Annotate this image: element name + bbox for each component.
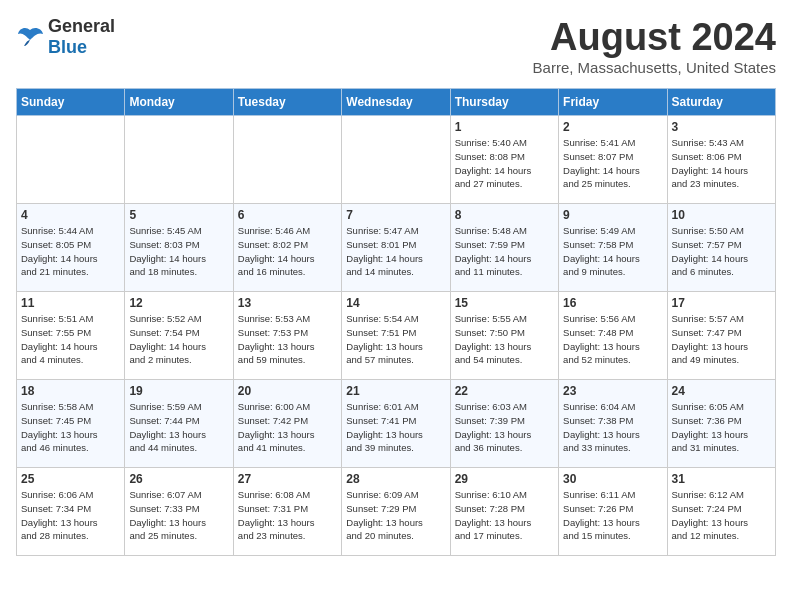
day-detail: Sunrise: 5:54 AM Sunset: 7:51 PM Dayligh… <box>346 312 445 367</box>
calendar-table: SundayMondayTuesdayWednesdayThursdayFrid… <box>16 88 776 556</box>
col-header-thursday: Thursday <box>450 89 558 116</box>
day-number: 17 <box>672 296 771 310</box>
day-detail: Sunrise: 5:45 AM Sunset: 8:03 PM Dayligh… <box>129 224 228 279</box>
day-cell: 30Sunrise: 6:11 AM Sunset: 7:26 PM Dayli… <box>559 468 667 556</box>
logo-general: General <box>48 16 115 36</box>
day-cell: 31Sunrise: 6:12 AM Sunset: 7:24 PM Dayli… <box>667 468 775 556</box>
day-number: 9 <box>563 208 662 222</box>
day-cell: 19Sunrise: 5:59 AM Sunset: 7:44 PM Dayli… <box>125 380 233 468</box>
week-row-4: 18Sunrise: 5:58 AM Sunset: 7:45 PM Dayli… <box>17 380 776 468</box>
day-cell: 9Sunrise: 5:49 AM Sunset: 7:58 PM Daylig… <box>559 204 667 292</box>
day-cell: 13Sunrise: 5:53 AM Sunset: 7:53 PM Dayli… <box>233 292 341 380</box>
day-cell: 24Sunrise: 6:05 AM Sunset: 7:36 PM Dayli… <box>667 380 775 468</box>
day-number: 7 <box>346 208 445 222</box>
day-detail: Sunrise: 6:08 AM Sunset: 7:31 PM Dayligh… <box>238 488 337 543</box>
day-cell: 20Sunrise: 6:00 AM Sunset: 7:42 PM Dayli… <box>233 380 341 468</box>
day-detail: Sunrise: 5:49 AM Sunset: 7:58 PM Dayligh… <box>563 224 662 279</box>
day-number: 1 <box>455 120 554 134</box>
day-number: 28 <box>346 472 445 486</box>
col-header-friday: Friday <box>559 89 667 116</box>
day-cell: 29Sunrise: 6:10 AM Sunset: 7:28 PM Dayli… <box>450 468 558 556</box>
day-number: 22 <box>455 384 554 398</box>
day-number: 3 <box>672 120 771 134</box>
col-header-sunday: Sunday <box>17 89 125 116</box>
day-number: 21 <box>346 384 445 398</box>
day-cell: 4Sunrise: 5:44 AM Sunset: 8:05 PM Daylig… <box>17 204 125 292</box>
day-number: 13 <box>238 296 337 310</box>
day-cell <box>17 116 125 204</box>
day-cell: 11Sunrise: 5:51 AM Sunset: 7:55 PM Dayli… <box>17 292 125 380</box>
day-cell: 14Sunrise: 5:54 AM Sunset: 7:51 PM Dayli… <box>342 292 450 380</box>
day-cell: 22Sunrise: 6:03 AM Sunset: 7:39 PM Dayli… <box>450 380 558 468</box>
header: General Blue August 2024 Barre, Massachu… <box>16 16 776 76</box>
day-detail: Sunrise: 6:03 AM Sunset: 7:39 PM Dayligh… <box>455 400 554 455</box>
day-detail: Sunrise: 6:09 AM Sunset: 7:29 PM Dayligh… <box>346 488 445 543</box>
day-detail: Sunrise: 5:40 AM Sunset: 8:08 PM Dayligh… <box>455 136 554 191</box>
day-detail: Sunrise: 5:51 AM Sunset: 7:55 PM Dayligh… <box>21 312 120 367</box>
day-number: 11 <box>21 296 120 310</box>
day-detail: Sunrise: 5:43 AM Sunset: 8:06 PM Dayligh… <box>672 136 771 191</box>
day-number: 23 <box>563 384 662 398</box>
day-number: 14 <box>346 296 445 310</box>
day-cell: 18Sunrise: 5:58 AM Sunset: 7:45 PM Dayli… <box>17 380 125 468</box>
day-number: 5 <box>129 208 228 222</box>
day-number: 20 <box>238 384 337 398</box>
day-number: 19 <box>129 384 228 398</box>
day-number: 27 <box>238 472 337 486</box>
day-cell: 7Sunrise: 5:47 AM Sunset: 8:01 PM Daylig… <box>342 204 450 292</box>
day-detail: Sunrise: 5:56 AM Sunset: 7:48 PM Dayligh… <box>563 312 662 367</box>
week-row-5: 25Sunrise: 6:06 AM Sunset: 7:34 PM Dayli… <box>17 468 776 556</box>
logo-bird-icon <box>16 26 44 48</box>
day-detail: Sunrise: 5:59 AM Sunset: 7:44 PM Dayligh… <box>129 400 228 455</box>
day-number: 29 <box>455 472 554 486</box>
day-number: 12 <box>129 296 228 310</box>
day-number: 26 <box>129 472 228 486</box>
day-cell: 16Sunrise: 5:56 AM Sunset: 7:48 PM Dayli… <box>559 292 667 380</box>
day-number: 30 <box>563 472 662 486</box>
day-number: 8 <box>455 208 554 222</box>
day-detail: Sunrise: 5:44 AM Sunset: 8:05 PM Dayligh… <box>21 224 120 279</box>
day-cell: 25Sunrise: 6:06 AM Sunset: 7:34 PM Dayli… <box>17 468 125 556</box>
day-cell: 12Sunrise: 5:52 AM Sunset: 7:54 PM Dayli… <box>125 292 233 380</box>
day-detail: Sunrise: 5:48 AM Sunset: 7:59 PM Dayligh… <box>455 224 554 279</box>
calendar-header-row: SundayMondayTuesdayWednesdayThursdayFrid… <box>17 89 776 116</box>
day-detail: Sunrise: 6:05 AM Sunset: 7:36 PM Dayligh… <box>672 400 771 455</box>
col-header-wednesday: Wednesday <box>342 89 450 116</box>
day-detail: Sunrise: 5:53 AM Sunset: 7:53 PM Dayligh… <box>238 312 337 367</box>
day-number: 25 <box>21 472 120 486</box>
day-detail: Sunrise: 6:04 AM Sunset: 7:38 PM Dayligh… <box>563 400 662 455</box>
week-row-2: 4Sunrise: 5:44 AM Sunset: 8:05 PM Daylig… <box>17 204 776 292</box>
day-number: 4 <box>21 208 120 222</box>
day-number: 15 <box>455 296 554 310</box>
day-number: 10 <box>672 208 771 222</box>
day-cell: 21Sunrise: 6:01 AM Sunset: 7:41 PM Dayli… <box>342 380 450 468</box>
day-number: 18 <box>21 384 120 398</box>
day-number: 6 <box>238 208 337 222</box>
day-detail: Sunrise: 6:10 AM Sunset: 7:28 PM Dayligh… <box>455 488 554 543</box>
day-cell: 6Sunrise: 5:46 AM Sunset: 8:02 PM Daylig… <box>233 204 341 292</box>
logo-blue: Blue <box>48 37 87 57</box>
month-title: August 2024 <box>533 16 776 59</box>
day-detail: Sunrise: 5:47 AM Sunset: 8:01 PM Dayligh… <box>346 224 445 279</box>
day-cell: 5Sunrise: 5:45 AM Sunset: 8:03 PM Daylig… <box>125 204 233 292</box>
day-number: 31 <box>672 472 771 486</box>
day-cell: 8Sunrise: 5:48 AM Sunset: 7:59 PM Daylig… <box>450 204 558 292</box>
day-cell: 2Sunrise: 5:41 AM Sunset: 8:07 PM Daylig… <box>559 116 667 204</box>
day-cell: 15Sunrise: 5:55 AM Sunset: 7:50 PM Dayli… <box>450 292 558 380</box>
col-header-saturday: Saturday <box>667 89 775 116</box>
day-detail: Sunrise: 6:11 AM Sunset: 7:26 PM Dayligh… <box>563 488 662 543</box>
day-detail: Sunrise: 6:06 AM Sunset: 7:34 PM Dayligh… <box>21 488 120 543</box>
day-number: 2 <box>563 120 662 134</box>
day-cell <box>342 116 450 204</box>
day-detail: Sunrise: 5:52 AM Sunset: 7:54 PM Dayligh… <box>129 312 228 367</box>
day-detail: Sunrise: 5:58 AM Sunset: 7:45 PM Dayligh… <box>21 400 120 455</box>
logo-text: General Blue <box>48 16 115 58</box>
day-cell: 1Sunrise: 5:40 AM Sunset: 8:08 PM Daylig… <box>450 116 558 204</box>
day-cell: 3Sunrise: 5:43 AM Sunset: 8:06 PM Daylig… <box>667 116 775 204</box>
week-row-1: 1Sunrise: 5:40 AM Sunset: 8:08 PM Daylig… <box>17 116 776 204</box>
col-header-tuesday: Tuesday <box>233 89 341 116</box>
day-cell: 23Sunrise: 6:04 AM Sunset: 7:38 PM Dayli… <box>559 380 667 468</box>
day-detail: Sunrise: 5:41 AM Sunset: 8:07 PM Dayligh… <box>563 136 662 191</box>
day-detail: Sunrise: 6:12 AM Sunset: 7:24 PM Dayligh… <box>672 488 771 543</box>
day-detail: Sunrise: 6:01 AM Sunset: 7:41 PM Dayligh… <box>346 400 445 455</box>
